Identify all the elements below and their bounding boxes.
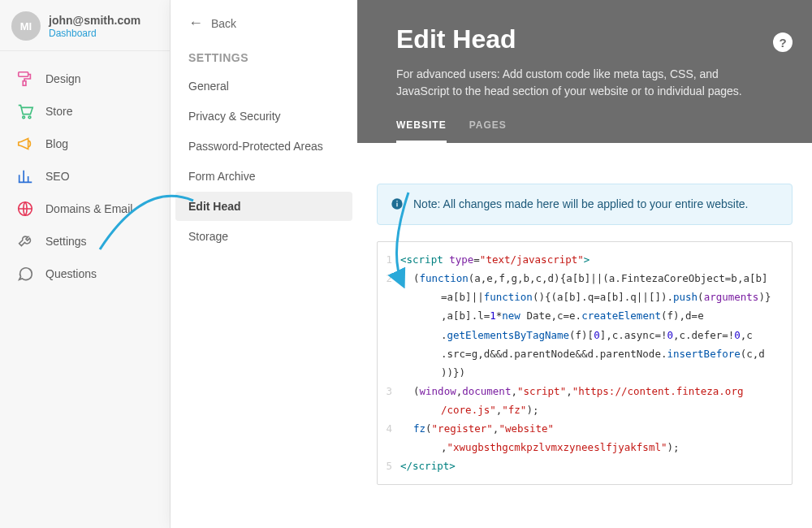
- sidebar-item-label: Design: [45, 72, 81, 85]
- svg-point-2: [23, 116, 25, 119]
- settings-heading: SETTINGS: [171, 40, 357, 71]
- sidebar-item-design[interactable]: Design: [0, 63, 170, 95]
- sidebar-item-seo[interactable]: SEO: [0, 160, 170, 193]
- sidebar-item-settings[interactable]: Settings: [0, 225, 170, 258]
- globe-icon: [16, 200, 34, 218]
- code-editor[interactable]: 1<script type="text/javascript"> 2(funct…: [377, 241, 793, 485]
- cart-icon: [16, 102, 34, 120]
- code-line: .getElementsByTagName(f)[0],c.async=!0,c…: [399, 326, 785, 344]
- page-description: For advanced users: Add custom code like…: [396, 66, 773, 100]
- user-block: MI john@smith.com Dashboard: [0, 0, 170, 51]
- tab-pages[interactable]: PAGES: [469, 119, 507, 143]
- line-number: 1: [378, 250, 399, 269]
- code-line: (function(a,e,f,g,b,c,d){a[b]||(a.Fintez…: [399, 269, 785, 288]
- dashboard-link[interactable]: Dashboard: [49, 28, 140, 39]
- sidebar-item-label: Blog: [45, 137, 68, 150]
- svg-rect-6: [396, 203, 397, 207]
- line-number: 2: [378, 269, 399, 288]
- settings-item-storage[interactable]: Storage: [175, 222, 352, 251]
- help-button[interactable]: ?: [773, 32, 793, 52]
- settings-item-password-areas[interactable]: Password-Protected Areas: [175, 132, 352, 161]
- bar-chart-icon: [16, 167, 34, 185]
- code-line: <script type="text/javascript">: [399, 250, 785, 269]
- tab-website[interactable]: WEBSITE: [396, 119, 447, 143]
- back-button[interactable]: ← Back: [171, 0, 357, 40]
- avatar[interactable]: MI: [11, 11, 41, 41]
- code-line: =a[b]||function(){(a[b].q=a[b].q||[]).pu…: [399, 288, 785, 306]
- line-number: 5: [378, 457, 399, 475]
- settings-list: General Privacy & Security Password-Prot…: [171, 71, 357, 251]
- sidebar-item-domains[interactable]: Domains & Email: [0, 193, 170, 225]
- code-line: (window,document,"script","https://conte…: [399, 382, 785, 400]
- code-line: ,"xwugbsthgcmkpzlvmxzyneeslfjyakfsml");: [399, 438, 785, 457]
- sidebar-item-label: Questions: [45, 267, 97, 280]
- megaphone-icon: [16, 135, 34, 153]
- code-line: /core.js","fz");: [399, 400, 785, 419]
- sidebar-item-label: SEO: [45, 170, 70, 183]
- line-number: 3: [378, 382, 399, 400]
- sidebar-item-questions[interactable]: Questions: [0, 258, 170, 290]
- content-body: Note: All changes made here will be appl…: [357, 143, 812, 501]
- sidebar-item-label: Store: [45, 105, 72, 118]
- page-title: Edit Head: [396, 24, 773, 54]
- sidebar-item-store[interactable]: Store: [0, 95, 170, 128]
- left-sidebar: MI john@smith.com Dashboard Design Store…: [0, 0, 171, 528]
- user-email: john@smith.com: [49, 14, 140, 27]
- sidebar-item-blog[interactable]: Blog: [0, 128, 170, 160]
- svg-rect-7: [396, 201, 397, 201]
- settings-panel: ← Back SETTINGS General Privacy & Securi…: [171, 0, 357, 528]
- sidebar-item-label: Settings: [45, 235, 87, 248]
- user-info: john@smith.com Dashboard: [49, 14, 140, 39]
- back-label: Back: [211, 17, 236, 30]
- svg-point-3: [28, 116, 31, 119]
- speech-bubble-icon: [16, 265, 34, 283]
- settings-item-form-archive[interactable]: Form Archive: [175, 162, 352, 191]
- code-line: .src=g,d&&d.parentNode&&d.parentNode.ins…: [399, 344, 785, 363]
- svg-rect-1: [23, 81, 26, 86]
- code-line: </script>: [399, 457, 785, 475]
- settings-item-privacy[interactable]: Privacy & Security: [175, 102, 352, 131]
- code-line: ,a[b].l=1*new Date,c=e.createElement(f),…: [399, 306, 785, 325]
- main-area: Edit Head For advanced users: Add custom…: [357, 0, 812, 528]
- nav-list: Design Store Blog SEO Domains & Email: [0, 51, 170, 301]
- sidebar-item-label: Domains & Email: [45, 202, 132, 215]
- info-icon: [391, 197, 404, 213]
- line-number: 4: [378, 419, 399, 438]
- note-box: Note: All changes made here will be appl…: [377, 184, 793, 225]
- settings-item-edit-head[interactable]: Edit Head: [175, 192, 352, 221]
- settings-item-general[interactable]: General: [175, 71, 352, 101]
- code-line: fz("register","website": [399, 419, 785, 438]
- paint-roller-icon: [16, 70, 34, 88]
- wrench-icon: [16, 232, 34, 250]
- tabs: WEBSITE PAGES: [396, 119, 773, 143]
- code-line: ))}): [399, 363, 785, 382]
- arrow-left-icon: ←: [188, 15, 203, 32]
- svg-rect-0: [19, 72, 28, 77]
- note-text: Note: All changes made here will be appl…: [413, 196, 748, 213]
- main-header: Edit Head For advanced users: Add custom…: [357, 0, 812, 143]
